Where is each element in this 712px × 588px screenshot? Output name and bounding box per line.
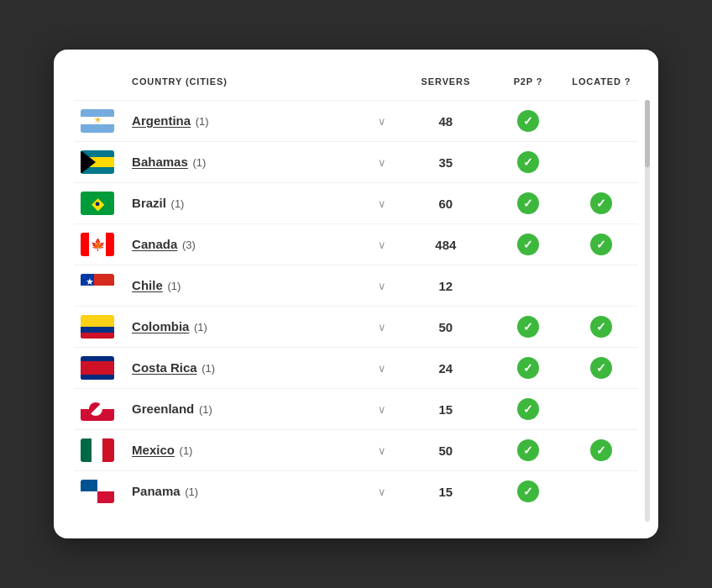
cities-count-brazil: (1): [168, 197, 185, 210]
table-row: Canada (3)∨484✓✓: [74, 224, 638, 265]
country-cell-panama: Panama (1): [125, 471, 364, 512]
located-cell-mexico: ✓: [565, 430, 638, 471]
servers-count-canada: 484: [400, 224, 491, 265]
flag-costarica: [81, 356, 114, 380]
table-row: Colombia (1)∨50✓✓: [74, 307, 638, 348]
country-cell-mexico: Mexico (1): [125, 430, 364, 471]
expand-chevron-argentina[interactable]: ∨: [364, 101, 400, 142]
p2p-cell-bahamas: ✓: [491, 142, 564, 183]
p2p-check-panama: ✓: [517, 480, 539, 502]
country-name-costarica[interactable]: Costa Rica: [132, 360, 197, 375]
table-row: Chile (1)∨12: [74, 265, 638, 307]
cities-count-colombia: (1): [191, 321, 207, 333]
p2p-check-bahamas: ✓: [517, 151, 539, 173]
located-check-brazil: ✓: [590, 192, 612, 214]
expand-chevron-bahamas[interactable]: ∨: [364, 142, 400, 183]
flag-cell-greenland: [74, 389, 125, 430]
expand-chevron-canada[interactable]: ∨: [364, 224, 400, 265]
table-row: Bahamas (1)∨35✓: [74, 142, 638, 183]
located-cell-brazil: ✓: [565, 183, 638, 224]
scrollbar[interactable]: [645, 100, 650, 522]
p2p-cell-canada: ✓: [491, 224, 564, 265]
servers-count-mexico: 50: [400, 430, 491, 471]
col-p2p-header: P2P ?: [491, 76, 564, 101]
cities-count-mexico: (1): [176, 444, 193, 457]
scrollbar-thumb[interactable]: [645, 100, 650, 167]
expand-chevron-greenland[interactable]: ∨: [364, 389, 400, 430]
flag-cell-mexico: [74, 430, 125, 471]
country-name-brazil: Brazil: [132, 196, 166, 210]
flag-cell-canada: [74, 224, 125, 265]
cities-count-canada: (3): [179, 239, 196, 251]
table-row: Brazil (1)∨60✓✓: [74, 183, 638, 224]
flag-brazil: [81, 192, 114, 215]
flag-cell-panama: [74, 471, 125, 512]
expand-chevron-chile[interactable]: ∨: [364, 265, 400, 307]
p2p-cell-argentina: ✓: [491, 101, 564, 142]
located-cell-bahamas: [565, 142, 638, 183]
flag-cell-colombia: [74, 307, 125, 348]
country-cell-argentina: Argentina (1): [125, 101, 364, 142]
country-name-colombia[interactable]: Colombia: [132, 319, 189, 333]
located-cell-panama: [565, 471, 638, 512]
servers-count-panama: 15: [400, 471, 491, 512]
cities-count-chile: (1): [165, 280, 181, 292]
col-country-header: COUNTRY (CITIES): [125, 76, 364, 101]
expand-chevron-costarica[interactable]: ∨: [364, 348, 400, 389]
p2p-check-greenland: ✓: [517, 398, 539, 420]
country-name-chile[interactable]: Chile: [132, 278, 163, 292]
located-check-mexico: ✓: [590, 439, 612, 461]
flag-bahamas: [81, 150, 114, 174]
flag-cell-argentina: [74, 101, 125, 142]
country-name-canada[interactable]: Canada: [132, 237, 177, 251]
main-card: COUNTRY (CITIES) SERVERS P2P ? LOCATED ?…: [54, 50, 658, 538]
country-name-bahamas[interactable]: Bahamas: [132, 155, 188, 169]
cities-count-costarica: (1): [199, 362, 216, 375]
flag-cell-bahamas: [74, 142, 125, 183]
p2p-cell-panama: ✓: [491, 471, 564, 512]
p2p-cell-chile: [491, 265, 564, 307]
col-chevron-header: [364, 76, 400, 101]
servers-count-brazil: 60: [400, 183, 491, 224]
p2p-check-colombia: ✓: [517, 316, 539, 338]
country-cell-brazil: Brazil (1): [125, 183, 364, 224]
p2p-cell-mexico: ✓: [491, 430, 564, 471]
located-cell-canada: ✓: [565, 224, 638, 265]
expand-chevron-colombia[interactable]: ∨: [364, 307, 400, 348]
located-cell-greenland: [565, 389, 638, 430]
p2p-check-argentina: ✓: [517, 110, 539, 132]
country-name-mexico[interactable]: Mexico: [132, 443, 175, 457]
flag-colombia: [81, 315, 114, 339]
cities-count-argentina: (1): [192, 115, 209, 128]
p2p-cell-brazil: ✓: [491, 183, 564, 224]
country-cell-canada: Canada (3): [125, 224, 364, 265]
servers-count-colombia: 50: [400, 307, 491, 348]
p2p-cell-greenland: ✓: [491, 389, 564, 430]
flag-chile: [81, 274, 114, 297]
located-cell-costarica: ✓: [565, 348, 638, 389]
country-cell-bahamas: Bahamas (1): [125, 142, 364, 183]
located-cell-colombia: ✓: [565, 307, 638, 348]
located-check-colombia: ✓: [590, 316, 612, 338]
country-table: COUNTRY (CITIES) SERVERS P2P ? LOCATED ?…: [74, 76, 638, 512]
located-cell-argentina: [565, 101, 638, 142]
country-name-panama: Panama: [132, 484, 181, 498]
country-cell-costarica: Costa Rica (1): [125, 348, 364, 389]
servers-count-chile: 12: [400, 265, 491, 307]
p2p-cell-costarica: ✓: [491, 348, 564, 389]
table-row: Greenland (1)∨15✓: [74, 389, 638, 430]
expand-chevron-mexico[interactable]: ∨: [364, 430, 400, 471]
col-flag-header: [74, 76, 125, 101]
servers-count-costarica: 24: [400, 348, 491, 389]
flag-mexico: [81, 438, 114, 462]
country-name-argentina[interactable]: Argentina: [132, 113, 191, 128]
flag-cell-brazil: [74, 183, 125, 224]
located-cell-chile: [565, 265, 638, 307]
expand-chevron-brazil[interactable]: ∨: [364, 183, 400, 224]
flag-panama: [81, 480, 114, 503]
country-cell-colombia: Colombia (1): [125, 307, 364, 348]
expand-chevron-panama[interactable]: ∨: [364, 471, 400, 512]
flag-canada: [81, 233, 114, 256]
cities-count-panama: (1): [182, 486, 199, 498]
table-row: Mexico (1)∨50✓✓: [74, 430, 638, 471]
